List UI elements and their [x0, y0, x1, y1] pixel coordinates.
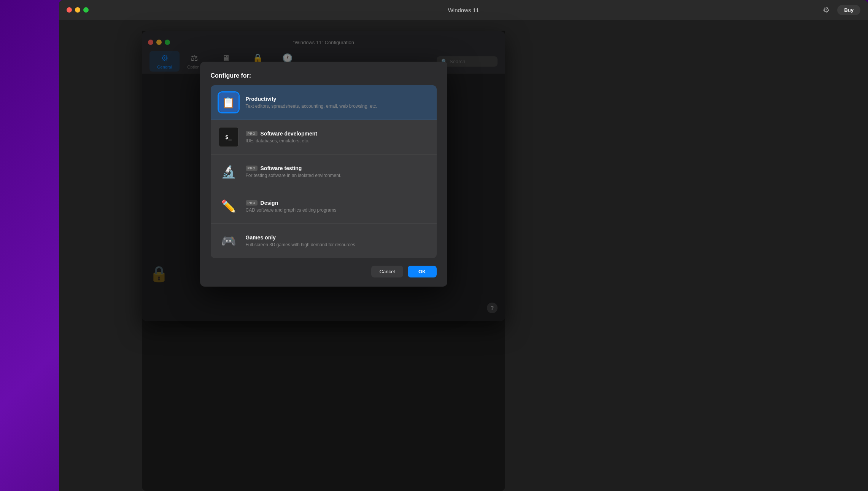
- productivity-desc: Text editors, spreadsheets, accounting, …: [246, 104, 430, 109]
- games-desc: Full-screen 3D games with high demand fo…: [246, 242, 430, 247]
- option-games-text: Games only Full-screen 3D games with hig…: [246, 234, 430, 247]
- software-dev-title-row: PRO Software development: [246, 131, 430, 137]
- ok-button[interactable]: OK: [408, 266, 437, 277]
- option-productivity[interactable]: 📋 Productivity Text editors, spreadsheet…: [211, 85, 437, 120]
- app-window: Windows 11 ⚙ Buy "Windows 11" Configurat…: [59, 0, 868, 491]
- games-name: Games only: [246, 234, 276, 241]
- software-dev-pro-badge: PRO: [246, 131, 258, 136]
- productivity-title-row: Productivity: [246, 96, 430, 102]
- software-dev-icon: $_: [218, 126, 240, 148]
- modal-buttons: Cancel OK: [211, 266, 437, 277]
- configure-title: Configure for:: [211, 72, 437, 79]
- modal-overlay: Configure for: 📋 Productivity Text edito…: [142, 31, 505, 491]
- option-productivity-text: Productivity Text editors, spreadsheets,…: [246, 96, 430, 109]
- design-title-row: PRO Design: [246, 200, 430, 206]
- productivity-icon: 📋: [218, 91, 240, 113]
- design-name: Design: [261, 200, 278, 206]
- software-test-name: Software testing: [261, 165, 302, 171]
- close-button[interactable]: [67, 7, 72, 13]
- title-bar: Windows 11 ⚙ Buy: [59, 0, 868, 20]
- games-icon: 🎮: [218, 230, 240, 252]
- option-software-test-text: PRO Software testing For testing softwar…: [246, 165, 430, 178]
- maximize-button[interactable]: [83, 7, 89, 13]
- games-title-row: Games only: [246, 234, 430, 241]
- option-design-text: PRO Design CAD software and graphics edi…: [246, 200, 430, 213]
- productivity-icon-inner: 📋: [219, 92, 238, 112]
- design-pro-badge: PRO: [246, 200, 258, 206]
- software-dev-desc: IDE, databases, emulators, etc.: [246, 138, 430, 143]
- software-test-icon: 🔬: [218, 161, 240, 183]
- software-test-desc: For testing software in an isolated envi…: [246, 173, 430, 178]
- software-dev-name: Software development: [261, 131, 317, 137]
- option-games[interactable]: 🎮 Games only Full-screen 3D games with h…: [211, 224, 437, 258]
- option-software-dev-text: PRO Software development IDE, databases,…: [246, 131, 430, 143]
- title-bar-right: ⚙ Buy: [820, 3, 860, 16]
- software-test-title-row: PRO Software testing: [246, 165, 430, 171]
- minimize-button[interactable]: [75, 7, 80, 13]
- app-title: Windows 11: [448, 7, 479, 13]
- traffic-lights: [67, 7, 89, 13]
- software-test-pro-badge: PRO: [246, 166, 258, 171]
- option-software-testing[interactable]: 🔬 PRO Software testing For testing softw…: [211, 155, 437, 189]
- terminal-icon-inner: $_: [219, 127, 238, 147]
- productivity-name: Productivity: [246, 96, 277, 102]
- option-software-development[interactable]: $_ PRO Software development IDE, databas…: [211, 120, 437, 155]
- buy-button[interactable]: Buy: [837, 5, 860, 15]
- configure-modal: Configure for: 📋 Productivity Text edito…: [200, 62, 447, 287]
- options-list: 📋 Productivity Text editors, spreadsheet…: [211, 85, 437, 258]
- settings-button[interactable]: ⚙: [820, 3, 833, 16]
- design-desc: CAD software and graphics editing progra…: [246, 207, 430, 213]
- option-design[interactable]: ✏️ PRO Design CAD software and graphics …: [211, 189, 437, 224]
- cancel-button[interactable]: Cancel: [371, 266, 403, 277]
- design-icon: ✏️: [218, 195, 240, 217]
